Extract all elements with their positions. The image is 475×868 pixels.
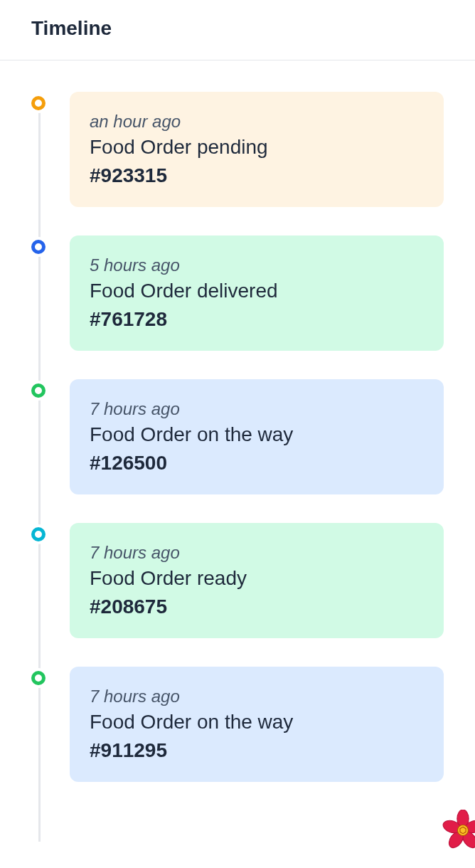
timeline-dot-icon	[31, 527, 46, 541]
timeline-title: Food Order delivered	[90, 280, 424, 302]
timeline-time: 7 hours ago	[90, 399, 424, 419]
timeline-title: Food Order on the way	[90, 423, 424, 446]
timeline-time: an hour ago	[90, 112, 424, 132]
timeline-card[interactable]: 7 hours ago Food Order on the way #91129…	[70, 667, 444, 782]
timeline-title: Food Order pending	[90, 136, 424, 159]
timeline-dot-icon	[31, 383, 46, 398]
timeline-card[interactable]: 7 hours ago Food Order ready #208675	[70, 523, 444, 638]
timeline-dot-icon	[31, 96, 46, 110]
timeline-item: an hour ago Food Order pending #923315	[31, 92, 444, 207]
timeline-card[interactable]: 7 hours ago Food Order on the way #12650…	[70, 379, 444, 494]
timeline-container: an hour ago Food Order pending #923315 5…	[0, 60, 475, 842]
timeline-id: #911295	[90, 739, 424, 762]
timeline-card[interactable]: an hour ago Food Order pending #923315	[70, 92, 444, 207]
page-header: Timeline	[0, 0, 475, 60]
timeline-dot-icon	[31, 671, 46, 685]
devtools-flower-icon[interactable]	[442, 810, 475, 842]
timeline-id: #208675	[90, 596, 424, 618]
timeline-item: 5 hours ago Food Order delivered #761728	[31, 235, 444, 351]
timeline-id: #761728	[90, 308, 424, 331]
timeline-id: #923315	[90, 164, 424, 187]
timeline-item: 7 hours ago Food Order on the way #12650…	[31, 379, 444, 494]
timeline-time: 7 hours ago	[90, 687, 424, 706]
timeline-card[interactable]: 5 hours ago Food Order delivered #761728	[70, 235, 444, 351]
timeline-item: 7 hours ago Food Order ready #208675	[31, 523, 444, 638]
timeline-time: 5 hours ago	[90, 255, 424, 275]
timeline-time: 7 hours ago	[90, 543, 424, 563]
timeline-item: 7 hours ago Food Order on the way #91129…	[31, 667, 444, 782]
timeline-title: Food Order on the way	[90, 711, 424, 734]
page-title: Timeline	[31, 17, 444, 40]
timeline-dot-icon	[31, 240, 46, 254]
timeline-title: Food Order ready	[90, 567, 424, 590]
timeline-id: #126500	[90, 452, 424, 475]
